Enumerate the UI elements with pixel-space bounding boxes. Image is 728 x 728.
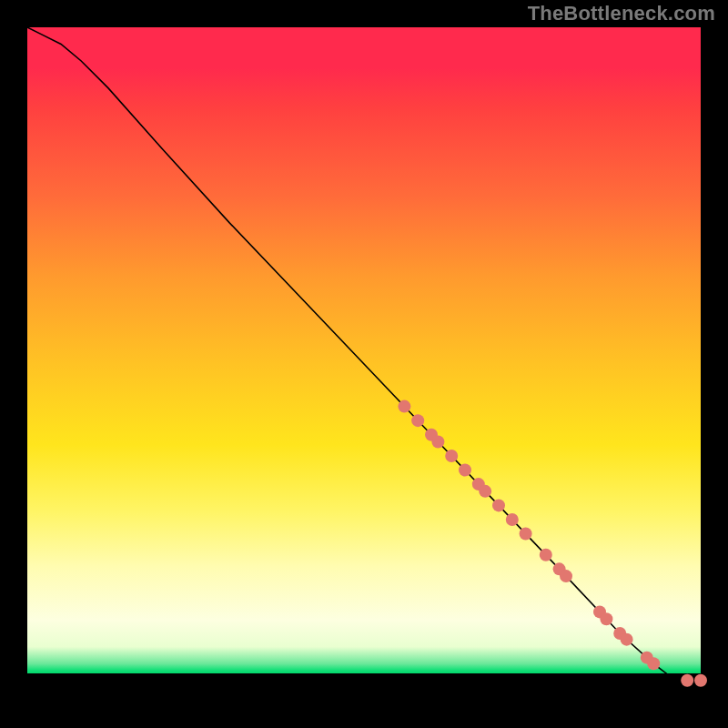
data-point-11 [540, 549, 552, 561]
data-point-1 [411, 414, 424, 427]
data-point-7 [479, 485, 491, 498]
bottleneck-curve [27, 27, 701, 681]
watermark-text: TheBottleneck.com [528, 2, 715, 25]
data-point-3 [431, 435, 444, 448]
data-point-19 [647, 657, 660, 670]
data-point-20 [681, 674, 693, 687]
data-point-8 [492, 499, 505, 511]
data-point-9 [506, 513, 519, 526]
data-point-0 [398, 400, 410, 413]
data-point-21 [694, 674, 707, 687]
chart-frame: TheBottleneck.com [0, 0, 728, 728]
data-point-4 [445, 450, 458, 462]
chart-overlay-svg [27, 27, 701, 701]
data-point-10 [520, 527, 532, 540]
data-point-17 [621, 633, 633, 646]
data-points-group [398, 400, 707, 687]
data-point-5 [459, 464, 471, 477]
data-point-13 [560, 570, 572, 582]
data-point-15 [600, 612, 612, 625]
